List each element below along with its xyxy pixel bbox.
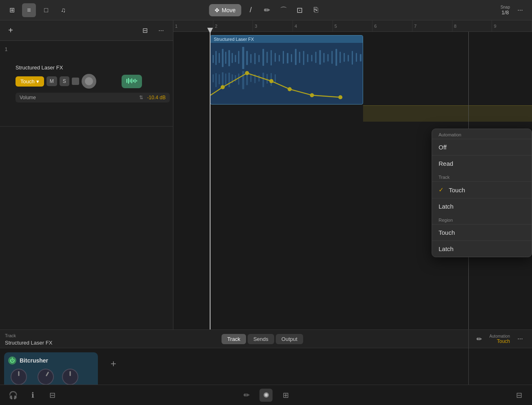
svg-rect-2	[130, 79, 131, 82]
top-toolbar: ⊞ ≡ □ ♫ ✥ Move / ✏ ⌒ ⊡ ⎘ Snap 1/8 ···	[0, 0, 532, 20]
automation-menu: Automation Off Read Track Touch Latch Re…	[432, 129, 532, 257]
window-button[interactable]: □	[39, 3, 53, 17]
svg-rect-28	[291, 54, 292, 62]
tab-output[interactable]: Output	[276, 334, 303, 344]
volume-value: -10.4 dB	[147, 95, 166, 100]
list-button[interactable]: ≡	[22, 3, 36, 17]
svg-rect-26	[283, 51, 284, 64]
color-picker[interactable]	[72, 78, 79, 85]
svg-rect-38	[331, 51, 332, 64]
automation-info: Automation Touch	[489, 334, 510, 344]
box-tool[interactable]: ⊡	[293, 3, 307, 17]
menu-item-region-touch[interactable]: Touch	[432, 224, 532, 240]
volume-label: Volume	[20, 95, 139, 100]
snap-label: Snap	[501, 5, 510, 9]
track-name: Structured Laser FX	[16, 65, 170, 71]
mixer-icon[interactable]: ⊞	[279, 389, 292, 402]
mute-button[interactable]: M	[47, 76, 57, 86]
bottom-toolbar-left: 🎧 ℹ ⊟	[7, 389, 59, 402]
ruler-mark-9: 9	[492, 20, 532, 31]
level-slider[interactable]	[99, 76, 119, 86]
read-label: Read	[439, 160, 453, 167]
svg-rect-18	[250, 54, 251, 63]
grid-button[interactable]: ⊞	[5, 3, 19, 17]
volume-row[interactable]: Volume ⇅ -10.4 dB	[16, 93, 170, 102]
svg-rect-55	[242, 71, 244, 89]
bottom-toolbar-center: ✏ ✺ ⊞	[240, 389, 292, 402]
svg-rect-0	[126, 79, 127, 83]
svg-rect-48	[219, 74, 220, 85]
svg-rect-14	[235, 55, 236, 62]
svg-rect-41	[344, 53, 345, 62]
snap-value: 1/8	[501, 9, 509, 16]
bottom-tabs: Track Sends Output	[222, 334, 303, 344]
plugin-power-button[interactable]: ⏻	[8, 356, 16, 365]
down-knob[interactable]	[62, 369, 78, 385]
move-label: Move	[222, 7, 235, 13]
svg-rect-39	[335, 49, 337, 66]
track-view-button[interactable]: ⊟	[138, 24, 152, 38]
svg-rect-3	[131, 78, 132, 83]
waveform-button[interactable]	[122, 75, 142, 88]
curve-tool[interactable]: ⌒	[277, 3, 290, 17]
svg-rect-7	[213, 55, 214, 63]
more-button[interactable]: ···	[513, 3, 527, 17]
svg-rect-13	[232, 53, 233, 63]
bottom-top-bar: Track Structured Laser FX Track Sends Ou…	[0, 330, 532, 348]
region-latch-label: Latch	[439, 245, 454, 252]
svg-rect-42	[348, 55, 349, 62]
piano-icon[interactable]: ⊟	[512, 389, 525, 402]
move-button[interactable]: ✥ Move	[209, 4, 241, 16]
svg-rect-45	[360, 54, 361, 62]
solo-button[interactable]: S	[60, 76, 69, 86]
toolbar-right: Snap 1/8 ···	[501, 3, 527, 17]
ruler-mark-5: 5	[333, 20, 373, 31]
ruler-mark-6: 6	[372, 20, 412, 31]
tab-sends[interactable]: Sends	[248, 334, 274, 344]
touch-mode-button[interactable]: Touch ▾	[16, 76, 44, 87]
track-more-button[interactable]: ···	[154, 24, 168, 38]
pencil-tool[interactable]: /	[244, 3, 258, 17]
track-row: 1 Structured Laser FX Touch ▾ M S	[0, 41, 173, 127]
menu-item-latch[interactable]: Latch	[432, 198, 532, 214]
more-bottom-button[interactable]: ···	[513, 332, 527, 346]
headphone-icon[interactable]: 🎧	[7, 389, 20, 402]
svg-rect-63	[275, 74, 276, 82]
svg-rect-51	[228, 73, 230, 87]
move-icon: ✥	[215, 7, 219, 13]
audio-region[interactable]: Structured Laser FX	[210, 35, 363, 105]
pencil-bottom-icon[interactable]: ✏	[240, 389, 253, 402]
latch-label: Latch	[439, 203, 454, 210]
sun-icon[interactable]: ✺	[259, 389, 273, 402]
menu-item-touch[interactable]: Touch	[432, 181, 532, 198]
svg-rect-36	[324, 53, 325, 63]
midi-button[interactable]: ♫	[56, 3, 70, 17]
copy-tool[interactable]: ⎘	[309, 3, 323, 17]
track-section-label: Track	[432, 171, 532, 181]
svg-rect-32	[307, 54, 308, 62]
svg-rect-8	[215, 51, 217, 65]
tab-track[interactable]: Track	[222, 334, 246, 344]
timeline-ruler: 1 2 3 4 5 6 7 8 9	[173, 20, 532, 32]
track-label-small: Track	[5, 333, 16, 338]
automation-label-small: Automation	[489, 334, 510, 338]
add-plugin-button[interactable]: +	[106, 356, 121, 371]
pen-tool[interactable]: ✏	[260, 3, 274, 17]
resolution-knob[interactable]	[11, 369, 27, 385]
svg-rect-61	[266, 74, 268, 84]
menu-item-region-latch[interactable]: Latch	[432, 240, 532, 257]
info-icon[interactable]: ℹ	[26, 389, 39, 402]
touch-label: Touch	[20, 78, 35, 85]
svg-rect-10	[222, 49, 224, 67]
track-knob[interactable]	[82, 74, 96, 89]
menu-item-read[interactable]: Read	[432, 155, 532, 171]
svg-rect-57	[250, 75, 251, 82]
panel-icon[interactable]: ⊟	[46, 389, 59, 402]
menu-item-off[interactable]: Off	[432, 139, 532, 155]
svg-rect-19	[254, 53, 255, 65]
edit-icon-button[interactable]: ✏	[472, 332, 486, 346]
region-section-label: Region	[432, 214, 532, 224]
snap-info: Snap 1/8	[501, 5, 510, 16]
touch-menu-label: Touch	[449, 187, 465, 194]
add-track-button[interactable]: +	[5, 25, 16, 36]
